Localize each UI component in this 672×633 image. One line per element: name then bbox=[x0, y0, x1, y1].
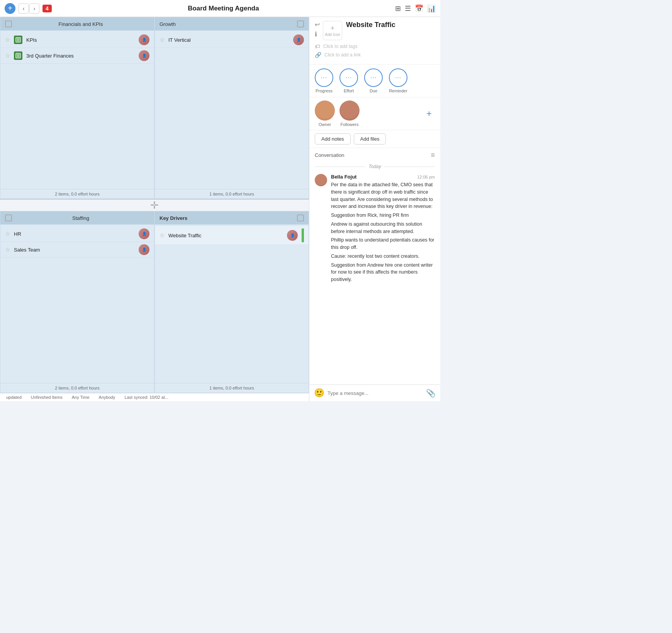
section-staffing-body: ☆ HR 👤 ☆ Sales Team 👤 bbox=[0, 225, 154, 383]
progress-circle[interactable]: ··· bbox=[315, 68, 333, 87]
section-growth-header: Growth bbox=[155, 17, 309, 31]
message-content: Bella Fojut 12:06 pm Per the data in the… bbox=[331, 174, 435, 285]
field-label: Reminder bbox=[389, 88, 407, 93]
tags-row: 🏷 Click to add tags bbox=[315, 43, 435, 49]
message-input[interactable] bbox=[328, 390, 423, 396]
avatar: 👤 bbox=[293, 34, 304, 45]
item-icon bbox=[14, 36, 22, 44]
item-label: 3rd Quarter Finances bbox=[26, 53, 135, 59]
due-circle[interactable]: ··· bbox=[364, 68, 383, 87]
dots-icon: ··· bbox=[321, 74, 327, 81]
list-item[interactable]: ☆ 3rd Quarter Finances 👤 bbox=[0, 48, 154, 64]
person-label: Followers bbox=[340, 122, 358, 127]
panel-title: Website Traffic bbox=[346, 21, 435, 29]
add-button[interactable]: + bbox=[5, 3, 15, 14]
message-avatar bbox=[315, 174, 327, 186]
info-icon[interactable]: ℹ bbox=[315, 31, 320, 38]
add-link-button[interactable]: Click to add a link bbox=[324, 52, 361, 58]
status-person[interactable]: Anybody bbox=[99, 395, 115, 400]
section-key-drivers-header: Key Drivers bbox=[155, 211, 309, 225]
section-checkbox[interactable] bbox=[5, 214, 12, 221]
message: Bella Fojut 12:06 pm Per the data in the… bbox=[309, 171, 440, 288]
chart-view-icon[interactable]: 📊 bbox=[427, 4, 436, 13]
add-files-button[interactable]: Add files bbox=[354, 133, 386, 145]
section-growth-title: Growth bbox=[160, 21, 176, 27]
star-icon[interactable]: ☆ bbox=[5, 36, 10, 43]
face bbox=[315, 100, 335, 121]
fields-row: ··· Progress ··· Effort ··· Due ··· bbox=[309, 65, 440, 97]
nav-back-button[interactable]: ‹ bbox=[19, 3, 29, 14]
face bbox=[339, 100, 360, 121]
add-notes-button[interactable]: Add notes bbox=[315, 133, 351, 145]
message-paragraph: Suggestion from Rick, hiring PR firm bbox=[331, 212, 435, 219]
right-panel: ↩ ℹ + Add Icon Website Traffic 🏷 Click t… bbox=[309, 17, 440, 401]
input-area: 🙂 📎 bbox=[309, 385, 440, 401]
message-paragraph: Suggestion from Andrew hire one content … bbox=[331, 262, 435, 283]
section-checkbox[interactable] bbox=[297, 214, 304, 221]
dots-icon: ··· bbox=[346, 74, 352, 81]
list-item[interactable]: ☆ IT Vertical 👤 bbox=[155, 32, 309, 48]
resize-handle[interactable]: ✛ bbox=[0, 199, 309, 211]
status-time[interactable]: Any Time bbox=[72, 395, 90, 400]
conversation-title: Conversation bbox=[315, 152, 344, 158]
field-reminder: ··· Reminder bbox=[389, 68, 407, 93]
star-icon[interactable]: ☆ bbox=[5, 52, 10, 59]
avatar: 👤 bbox=[139, 228, 149, 239]
status-filter[interactable]: Unfinished Items bbox=[31, 395, 63, 400]
conversation-menu-icon[interactable]: ≡ bbox=[431, 151, 435, 159]
message-paragraph: Cause: recently lost two content creator… bbox=[331, 253, 435, 260]
add-person-button[interactable]: + bbox=[423, 108, 435, 119]
panel-header: ↩ ℹ + Add Icon Website Traffic 🏷 Click t… bbox=[309, 17, 440, 65]
list-item[interactable]: ☆ Website Traffic 👤 bbox=[155, 226, 309, 245]
notification-badge: 4 bbox=[42, 5, 52, 12]
list-view-icon[interactable]: ☰ bbox=[405, 4, 411, 13]
message-author: Bella Fojut bbox=[331, 174, 356, 180]
add-tags-button[interactable]: Click to add tags bbox=[323, 44, 358, 49]
star-icon[interactable]: ☆ bbox=[160, 36, 165, 43]
board-bottom-grid: Staffing ☆ HR 👤 ☆ Sales Team 👤 bbox=[0, 211, 309, 393]
star-icon[interactable]: ☆ bbox=[160, 232, 165, 239]
person-label: Owner bbox=[319, 122, 331, 127]
status-sync: Last synced: 10/02 at... bbox=[124, 395, 168, 400]
star-icon[interactable]: ☆ bbox=[5, 230, 10, 237]
status-updated: updated bbox=[6, 395, 22, 400]
add-icon-button[interactable]: + Add Icon bbox=[323, 21, 342, 40]
attach-icon[interactable]: 📎 bbox=[426, 388, 436, 398]
reminder-circle[interactable]: ··· bbox=[389, 68, 407, 87]
section-financials: Financials and KPIs ☆ KPIs 👤 bbox=[0, 17, 154, 199]
section-key-drivers-title: Key Drivers bbox=[160, 215, 187, 221]
field-effort: ··· Effort bbox=[339, 68, 358, 93]
page-title: Board Meeting Agenda bbox=[55, 5, 392, 12]
field-label: Due bbox=[370, 88, 377, 93]
section-financials-footer: 2 items, 0.0 effort hours bbox=[0, 189, 154, 199]
section-key-drivers: Key Drivers ☆ Website Traffic 👤 1 items,… bbox=[154, 211, 309, 393]
list-item[interactable]: ☆ Sales Team 👤 bbox=[0, 242, 154, 258]
section-staffing: Staffing ☆ HR 👤 ☆ Sales Team 👤 bbox=[0, 211, 154, 393]
avatar: 👤 bbox=[139, 34, 149, 45]
board-top-grid: Financials and KPIs ☆ KPIs 👤 bbox=[0, 17, 309, 199]
section-growth: Growth ☆ IT Vertical 👤 1 items, 0.0 effo… bbox=[154, 17, 309, 199]
list-item[interactable]: ☆ HR 👤 bbox=[0, 226, 154, 242]
section-checkbox[interactable] bbox=[297, 20, 304, 27]
dots-icon: ··· bbox=[370, 74, 377, 81]
star-icon[interactable]: ☆ bbox=[5, 246, 10, 253]
grid-view-icon[interactable]: ⊞ bbox=[395, 4, 401, 13]
main-content: Financials and KPIs ☆ KPIs 👤 bbox=[0, 17, 440, 401]
message-time: 12:06 pm bbox=[417, 175, 435, 179]
divider-line bbox=[315, 167, 365, 167]
effort-circle[interactable]: ··· bbox=[339, 68, 358, 87]
section-checkbox[interactable] bbox=[5, 20, 12, 27]
calendar-view-icon[interactable]: 📅 bbox=[415, 4, 423, 13]
nav-forward-button[interactable]: › bbox=[29, 3, 39, 14]
move-icon[interactable]: ✛ bbox=[150, 199, 159, 211]
item-label: Sales Team bbox=[14, 247, 135, 253]
field-due: ··· Due bbox=[364, 68, 383, 93]
view-controls: ⊞ ☰ 📅 📊 bbox=[395, 4, 436, 13]
emoji-button[interactable]: 🙂 bbox=[314, 388, 324, 398]
panel-title-section: + Add Icon Website Traffic bbox=[323, 21, 435, 40]
person-owner: Owner bbox=[315, 100, 335, 127]
followers-avatar bbox=[339, 100, 360, 121]
list-item[interactable]: ☆ KPIs 👤 bbox=[0, 32, 154, 48]
undo-icon[interactable]: ↩ bbox=[315, 21, 320, 28]
progress-bar bbox=[302, 228, 304, 242]
